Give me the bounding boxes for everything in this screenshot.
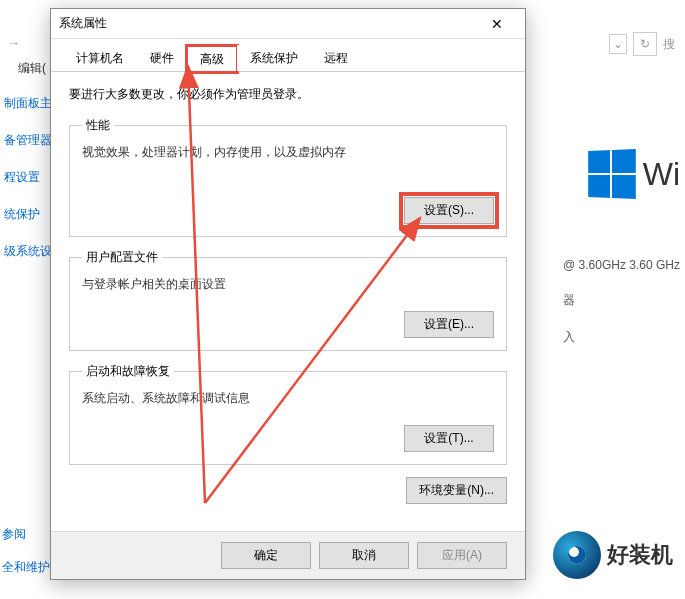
tab-system-protection[interactable]: 系统保护	[237, 45, 311, 71]
performance-legend: 性能	[82, 117, 114, 134]
close-icon[interactable]: ✕	[477, 10, 517, 38]
system-properties-dialog: 系统属性 ✕ 计算机名 硬件 高级 系统保护 远程 要进行大多数更改，你必须作为…	[50, 8, 526, 580]
sidebar-item[interactable]: 程设置	[0, 159, 50, 196]
cancel-button[interactable]: 取消	[319, 542, 409, 569]
info-line: 入	[563, 329, 680, 346]
startup-recovery-desc: 系统启动、系统故障和调试信息	[82, 390, 494, 407]
performance-desc: 视觉效果，处理器计划，内存使用，以及虚拟内存	[82, 144, 494, 161]
tab-strip: 计算机名 硬件 高级 系统保护 远程	[51, 39, 525, 72]
user-profile-group: 用户配置文件 与登录帐户相关的桌面设置 设置(E)...	[69, 249, 507, 351]
system-info: @ 3.60GHz 3.60 GHz 器 入	[563, 258, 680, 366]
apply-button[interactable]: 应用(A)	[417, 542, 507, 569]
sidebar-item[interactable]: 制面板主页	[0, 85, 50, 122]
control-panel-sidebar: 制面板主页 备管理器 程设置 统保护 级系统设置	[0, 0, 50, 599]
user-profile-settings-button[interactable]: 设置(E)...	[404, 311, 494, 338]
user-profile-desc: 与登录帐户相关的桌面设置	[82, 276, 494, 293]
tab-advanced[interactable]: 高级	[187, 46, 237, 72]
see-also-label: 参阅	[2, 518, 50, 551]
titlebar: 系统属性 ✕	[51, 9, 525, 39]
user-profile-legend: 用户配置文件	[82, 249, 162, 266]
refresh-icon[interactable]: ↻	[633, 32, 657, 56]
tab-content: 要进行大多数更改，你必须作为管理员登录。 性能 视觉效果，处理器计划，内存使用，…	[51, 72, 525, 536]
cpu-info: @ 3.60GHz 3.60 GHz	[563, 258, 680, 272]
windows-icon	[588, 149, 636, 199]
startup-recovery-settings-button[interactable]: 设置(T)...	[404, 425, 494, 452]
search-hint: 搜	[663, 36, 675, 53]
windows-logo-area: Wi	[587, 150, 680, 198]
see-also: 参阅 全和维护	[2, 518, 50, 584]
watermark: 好装机	[553, 531, 673, 579]
sidebar-item[interactable]: 级系统设置	[0, 233, 50, 270]
performance-group: 性能 视觉效果，处理器计划，内存使用，以及虚拟内存 设置(S)...	[69, 117, 507, 237]
tab-hardware[interactable]: 硬件	[137, 45, 187, 71]
dialog-button-bar: 确定 取消 应用(A)	[51, 531, 525, 579]
environment-variables-button[interactable]: 环境变量(N)...	[406, 477, 507, 504]
ok-button[interactable]: 确定	[221, 542, 311, 569]
admin-note: 要进行大多数更改，你必须作为管理员登录。	[69, 86, 507, 103]
sidebar-item[interactable]: 备管理器	[0, 122, 50, 159]
dropdown-icon[interactable]: ⌄	[609, 34, 627, 54]
startup-recovery-legend: 启动和故障恢复	[82, 363, 174, 380]
watermark-logo-icon	[553, 531, 601, 579]
tab-remote[interactable]: 远程	[311, 45, 361, 71]
startup-recovery-group: 启动和故障恢复 系统启动、系统故障和调试信息 设置(T)...	[69, 363, 507, 465]
security-link[interactable]: 全和维护	[2, 551, 50, 584]
performance-settings-button[interactable]: 设置(S)...	[404, 197, 494, 224]
dialog-title: 系统属性	[59, 15, 477, 32]
watermark-text: 好装机	[607, 540, 673, 570]
tab-computer-name[interactable]: 计算机名	[63, 45, 137, 71]
info-line: 器	[563, 292, 680, 309]
sidebar-item[interactable]: 统保护	[0, 196, 50, 233]
windows-text: Wi	[643, 156, 680, 193]
